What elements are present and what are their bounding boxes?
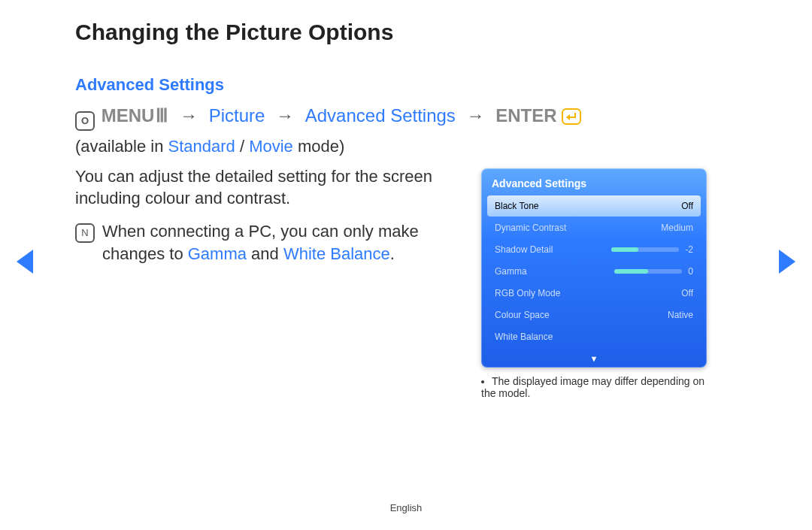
- panel-row[interactable]: Dynamic ContrastMedium: [487, 217, 701, 238]
- avail-sep: /: [235, 137, 249, 156]
- row-label: RGB Only Mode: [495, 288, 681, 298]
- row-label: Black Tone: [495, 201, 681, 211]
- panel-title: Advanced Settings: [481, 168, 707, 195]
- row-value: Off: [681, 288, 693, 298]
- breadcrumb: O MENUⅢ → Picture → Advanced Settings → …: [75, 105, 737, 131]
- caption-text: The displayed image may differ depending…: [481, 375, 704, 399]
- prev-page-button[interactable]: [17, 250, 33, 274]
- settings-panel: Advanced Settings Black ToneOffDynamic C…: [481, 168, 707, 368]
- chevron-left-icon: [17, 250, 33, 274]
- body-paragraph: You can adjust the detailed setting for …: [75, 165, 466, 210]
- panel-row[interactable]: Colour SpaceNative: [487, 304, 701, 326]
- row-value: Native: [668, 310, 693, 320]
- bullet-icon: [481, 380, 484, 383]
- row-value: 0: [688, 266, 693, 277]
- nav-picture: Picture: [209, 105, 265, 126]
- available-modes: (available in Standard / Movie mode): [75, 137, 737, 156]
- menu-label: MENU: [102, 105, 155, 126]
- note-end: .: [390, 244, 395, 263]
- enter-label: ENTER: [495, 105, 556, 126]
- enter-icon: [562, 108, 581, 129]
- avail-suffix: mode): [293, 137, 344, 156]
- panel-row[interactable]: Black ToneOff: [487, 195, 701, 217]
- nav-arrow-2: →: [270, 105, 300, 126]
- nav-arrow-1: →: [174, 105, 204, 126]
- next-page-button[interactable]: [779, 250, 795, 274]
- footer-language: English: [0, 502, 812, 513]
- o-icon: O: [75, 111, 95, 131]
- scroll-down-icon[interactable]: ▼: [481, 354, 707, 368]
- slider[interactable]: [611, 247, 679, 252]
- nav-arrow-3: →: [461, 105, 491, 126]
- chevron-right-icon: [779, 250, 795, 274]
- row-label: Colour Space: [495, 310, 668, 320]
- section-heading: Advanced Settings: [75, 75, 737, 95]
- avail-prefix: available in: [80, 137, 168, 156]
- note-gamma: Gamma: [188, 244, 247, 263]
- menu-icon: Ⅲ: [156, 105, 167, 126]
- row-label: Dynamic Contrast: [495, 223, 661, 233]
- note-white-balance: White Balance: [283, 244, 390, 263]
- row-value: Medium: [661, 223, 693, 233]
- panel-row[interactable]: Shadow Detail-2: [487, 239, 701, 260]
- panel-row[interactable]: RGB Only ModeOff: [487, 283, 701, 304]
- nav-advanced-settings: Advanced Settings: [305, 105, 456, 126]
- note-and: and: [247, 244, 283, 263]
- row-label: White Balance: [495, 332, 693, 342]
- avail-movie: Movie: [249, 137, 293, 156]
- avail-standard: Standard: [168, 137, 235, 156]
- panel-row[interactable]: White Balance: [487, 326, 701, 347]
- page-title: Changing the Picture Options: [75, 20, 737, 45]
- panel-caption: The displayed image may differ depending…: [481, 375, 707, 399]
- panel-row[interactable]: Gamma0: [487, 261, 701, 282]
- note-text: When connecting a PC, you can only make …: [102, 220, 466, 265]
- row-label: Gamma: [495, 266, 608, 277]
- note-icon: N: [75, 223, 95, 243]
- row-value: Off: [681, 201, 693, 211]
- row-value: -2: [685, 244, 693, 255]
- slider[interactable]: [614, 269, 682, 274]
- row-label: Shadow Detail: [495, 244, 605, 255]
